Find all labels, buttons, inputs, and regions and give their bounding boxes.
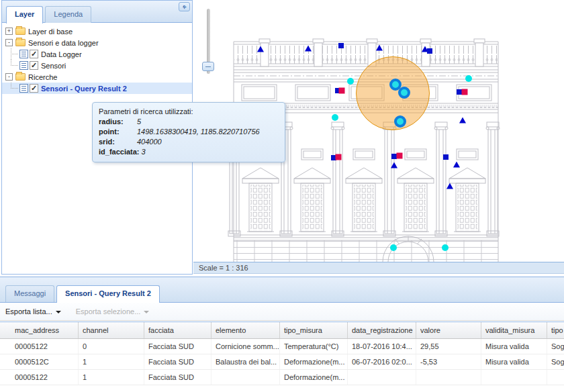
layer-node-icon: [19, 61, 28, 70]
marker-square-red[interactable]: [336, 154, 342, 160]
table-row[interactable]: 00005122 0 Facciata SUD Cornicione somm.…: [0, 339, 564, 354]
tab-layer[interactable]: Layer: [6, 6, 43, 23]
data-logger-checkbox[interactable]: ✓: [30, 50, 38, 58]
map-scale-bar: Scale = 1 : 316: [193, 262, 564, 274]
marker-triangle[interactable]: [305, 46, 312, 52]
column-header-validita-misura[interactable]: validita_misura: [481, 322, 547, 338]
column-header-mac-address[interactable]: mac_address: [0, 322, 79, 338]
marker-square-red[interactable]: [339, 88, 345, 94]
marker-circle-cyan[interactable]: [442, 244, 449, 251]
cell-channel: 1: [79, 354, 144, 369]
column-header-facciata[interactable]: facciata: [144, 322, 211, 338]
column-header-tipo-misura[interactable]: tipo_misura: [280, 322, 348, 338]
marker-triangle[interactable]: [459, 117, 466, 124]
results-tabstrip: Messaggi Sensori - Query Result 2: [0, 277, 564, 303]
column-header-channel[interactable]: channel: [79, 322, 144, 338]
scale-text: Scale = 1 : 316: [199, 264, 248, 272]
collapse-panel-icon[interactable]: «: [179, 2, 190, 11]
tree-node-label: Ricerche: [28, 73, 57, 81]
collapse-minus-icon[interactable]: -: [5, 73, 13, 81]
collapse-minus-icon[interactable]: -: [5, 39, 13, 46]
tree-node-data-logger[interactable]: ✓ Data Logger: [2, 48, 192, 60]
cell-tipo-misura: Temperatura(°C): [280, 339, 348, 354]
marker-sensor[interactable]: [398, 87, 410, 99]
tree-node-label: Sensori - Query Result 2: [41, 85, 127, 93]
cell-mac-address: 0000512C: [0, 354, 79, 369]
cell-elemento: Balaustra dei bal...: [211, 354, 280, 369]
dropdown-arrow-icon: [144, 311, 149, 313]
marker-triangle[interactable]: [257, 46, 264, 52]
column-header-tipo[interactable]: tipo: [547, 322, 564, 338]
marker-circle-cyan[interactable]: [465, 75, 472, 82]
marker-circle-cyan[interactable]: [332, 114, 338, 121]
folder-open-icon: [15, 73, 26, 81]
layer-node-icon: [19, 84, 28, 93]
sensori-checkbox[interactable]: ✓: [30, 61, 38, 70]
tab-legenda[interactable]: Legenda: [45, 6, 91, 23]
query-result-checkbox[interactable]: ✓: [30, 84, 38, 93]
layer-node-icon: [19, 50, 28, 58]
tree-node-layer-di-base[interactable]: + Layer di base: [2, 26, 192, 37]
marker-square-blue[interactable]: [443, 154, 449, 160]
marker-square-blue[interactable]: [338, 43, 344, 48]
results-toolbar: Esporta lista... Esporta selezione...: [0, 303, 564, 321]
cell-mac-address: 00005122: [0, 339, 79, 354]
layer-tree: + Layer di base - Sensori e data logger …: [2, 23, 192, 94]
marker-sensor[interactable]: [394, 115, 406, 128]
zoom-slider-thumb[interactable]: [202, 62, 214, 71]
tab-query-result[interactable]: Sensori - Query Result 2: [56, 285, 160, 303]
cell-valore: -5,53: [416, 354, 481, 369]
cell-mac-address: 00005122: [0, 370, 79, 385]
cell-validita-misura: [481, 370, 547, 385]
column-header-valore[interactable]: valore: [416, 322, 481, 338]
marker-triangle[interactable]: [453, 162, 460, 168]
tooltip-param-id-facciata: id_facciata: 3: [99, 147, 279, 157]
marker-circle-cyan[interactable]: [347, 78, 354, 85]
tab-messaggi[interactable]: Messaggi: [5, 285, 54, 302]
column-header-elemento[interactable]: elemento: [211, 322, 280, 338]
esporta-lista-button[interactable]: Esporta lista...: [5, 307, 61, 315]
folder-icon: [15, 28, 26, 35]
tree-node-sensori[interactable]: ✓ Sensori: [2, 60, 192, 71]
marker-triangle[interactable]: [391, 162, 397, 168]
cell-tipo: Sog: [547, 339, 564, 354]
marker-square-red[interactable]: [462, 89, 468, 95]
esporta-selezione-button[interactable]: Esporta selezione...: [76, 307, 150, 315]
table-row[interactable]: 00005122 1 Facciata SUD Deformazione(m..…: [0, 370, 564, 385]
cell-validita-misura: Misura valida: [481, 354, 547, 369]
cell-channel: 1: [79, 370, 144, 385]
marker-square-blue[interactable]: [427, 48, 432, 54]
grid-header: mac_address channel facciata elemento ti…: [0, 322, 564, 339]
folder-open-icon: [15, 39, 26, 46]
cell-tipo: [547, 370, 564, 385]
expand-plus-icon[interactable]: +: [5, 28, 13, 35]
table-row[interactable]: 0000512C 1 Facciata SUD Balaustra dei ba…: [0, 354, 564, 370]
cell-valore: [416, 370, 481, 385]
marker-triangle[interactable]: [376, 45, 383, 51]
tree-node-query-result[interactable]: ✓ Sensori - Query Result 2: [2, 83, 192, 94]
tree-node-label: Layer di base: [28, 28, 73, 36]
cell-tipo-misura: Deformazione(m...: [280, 370, 348, 385]
cell-data-registrazione: 18-07-2016 10:4...: [348, 339, 416, 354]
marker-square-red[interactable]: [397, 153, 403, 159]
cell-tipo-misura: Deformazione(m...: [280, 354, 348, 369]
cell-facciata: Facciata SUD: [144, 339, 211, 354]
cell-validita-misura: Misura valida: [481, 339, 547, 354]
column-header-data-registrazione[interactable]: data_registrazione: [348, 322, 416, 338]
cell-tipo: Sog: [547, 354, 564, 369]
results-grid: mac_address channel facciata elemento ti…: [0, 322, 564, 392]
tree-node-sensori-e-data-logger[interactable]: - Sensori e data logger: [2, 37, 192, 48]
tooltip-param-radius: radius:5: [99, 117, 279, 127]
tooltip-param-srid: srid:404000: [99, 137, 279, 147]
marker-triangle[interactable]: [446, 183, 453, 189]
tree-elbow: [2, 48, 19, 60]
tree-node-ricerche[interactable]: - Ricerche: [2, 71, 192, 83]
search-params-tooltip: Parametri di ricerca utilizzati: radius:…: [92, 102, 285, 162]
cell-elemento: [211, 370, 280, 385]
tree-node-label: Sensori e data logger: [28, 39, 99, 47]
cell-data-registrazione: [348, 370, 416, 385]
marker-circle-cyan[interactable]: [390, 244, 397, 251]
marker-highlight: [356, 56, 430, 130]
dropdown-arrow-icon: [56, 311, 61, 313]
tooltip-param-point: point:1498.1638300419, 1185.8220710756: [99, 127, 279, 137]
